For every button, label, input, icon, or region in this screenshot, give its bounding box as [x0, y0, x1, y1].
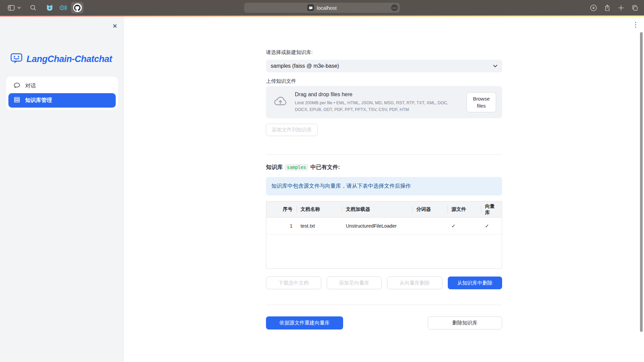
cell-vector-check: ✓ [481, 218, 502, 234]
kb-files-heading: 知识库 samples 中已有文件: [266, 164, 502, 171]
sidebar-item-label: 对话 [25, 82, 36, 89]
share-icon[interactable] [603, 4, 611, 12]
file-dropzone[interactable]: Drag and drop files here Limit 200MB per… [266, 86, 502, 118]
sidebar-item-knowledge-base[interactable]: 知识库管理 [8, 93, 116, 108]
sidebar-toggle-icon[interactable] [7, 4, 15, 12]
add-to-vectorstore-button[interactable]: 添加至向量库 [327, 277, 382, 289]
kb-select-label: 请选择或新建知识库: [266, 49, 502, 56]
divider [266, 155, 502, 155]
cell-splitter [412, 218, 447, 234]
col-header-vector[interactable]: 向量库 [481, 201, 502, 217]
dropzone-limit: Limit 200MB per file • EML, HTML, JSON, … [295, 100, 461, 113]
kebab-menu-icon[interactable]: ⋮ [632, 21, 639, 28]
sidebar: ✕ LangChain-Chatchat 对 [0, 16, 124, 362]
cell-index: 1 [266, 218, 297, 234]
sidebar-item-dialogue[interactable]: 对话 [8, 79, 116, 93]
select-chevron-icon [493, 63, 497, 69]
download-selected-button[interactable]: 下载选中文档 [266, 277, 321, 289]
database-icon [13, 96, 21, 105]
tabs-overview-icon[interactable] [631, 4, 639, 12]
cell-loader: UnstructuredFileLoader [342, 218, 412, 234]
kb-name-code: samples [285, 164, 309, 171]
info-message: 知识库中包含源文件与向量库，请从下表中选择文件后操作 [266, 177, 502, 195]
rebuild-vectorstore-button[interactable]: 依据源文件重建向量库 [266, 316, 343, 329]
dropzone-title: Drag and drop files here [295, 92, 461, 98]
circles-star-app-icon[interactable] [59, 4, 67, 12]
col-header-loader[interactable]: 文档加载器 [342, 201, 412, 217]
github-app-icon[interactable] [71, 2, 84, 13]
logo-text: LangChain-Chatchat [26, 54, 112, 64]
delete-from-vectorstore-button[interactable]: 从向量库删除 [387, 277, 442, 289]
vertical-scrollbar[interactable] [640, 32, 643, 332]
chat-bubble-icon [13, 81, 21, 90]
chevron-down-icon[interactable] [17, 7, 21, 9]
site-favicon-icon [307, 4, 314, 11]
close-icon[interactable]: ✕ [112, 23, 117, 29]
add-files-button[interactable]: 添加文件到知识库 [266, 124, 318, 136]
cell-name: test.txt [297, 218, 342, 234]
col-header-splitter[interactable]: 分词器 [412, 201, 447, 217]
table-row[interactable]: 1 test.txt UnstructuredFileLoader ✓ ✓ [266, 218, 502, 234]
app-logo: LangChain-Chatchat [10, 52, 124, 66]
divider [266, 305, 502, 305]
heading-suffix: 中已有文件: [310, 164, 340, 171]
ellipsis-icon[interactable]: ⋯ [391, 4, 398, 11]
table-header-row: 序号 文档名称 文档加载器 分词器 源文件 向量库 [266, 201, 502, 218]
new-tab-icon[interactable] [617, 4, 625, 12]
logo-chat-icon [10, 52, 23, 66]
address-url: localhost [317, 5, 336, 11]
files-table: 序号 文档名称 文档加载器 分词器 源文件 向量库 1 test.txt Uns… [266, 201, 502, 269]
delete-from-kb-button[interactable]: 从知识库中删除 [448, 277, 502, 289]
heading-prefix: 知识库 [266, 164, 283, 171]
cloud-upload-icon [273, 95, 287, 110]
cat-app-icon[interactable] [46, 4, 54, 12]
upload-label: 上传知识文件 [266, 78, 502, 84]
cell-source-check: ✓ [447, 218, 481, 234]
kb-select[interactable]: samples (faiss @ m3e-base) [266, 60, 502, 72]
download-icon[interactable] [590, 4, 597, 12]
browser-toolbar: localhost ⋯ [0, 0, 644, 15]
sidebar-menu: 对话 知识库管理 [6, 76, 118, 110]
github-logo [73, 3, 82, 12]
kb-select-value: samples (faiss @ m3e-base) [271, 63, 339, 69]
address-bar[interactable]: localhost ⋯ [244, 3, 400, 13]
table-empty-area [266, 234, 502, 268]
search-icon[interactable] [30, 4, 37, 11]
sidebar-item-label: 知识库管理 [25, 97, 52, 104]
delete-kb-button[interactable]: 删除知识库 [428, 316, 502, 329]
col-header-name[interactable]: 文档名称 [297, 201, 342, 217]
col-header-index[interactable]: 序号 [266, 201, 297, 217]
browse-files-button[interactable]: Browse files [467, 92, 496, 112]
col-header-source[interactable]: 源文件 [447, 201, 481, 217]
main-area: ⋮ 请选择或新建知识库: samples (faiss @ m3e-base) … [124, 16, 644, 362]
